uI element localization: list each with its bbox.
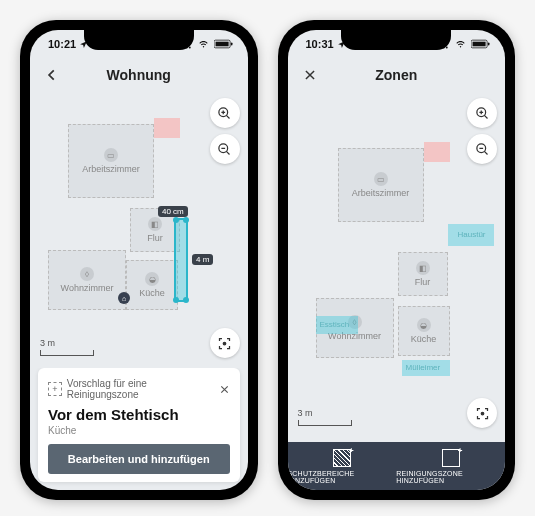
zone-label: Mülleimer [406,363,441,372]
header: Wohnung [30,58,248,92]
room-label: Flur [415,277,431,287]
nogo-zone [424,142,450,162]
zoom-in-button[interactable] [210,98,240,128]
card-title: Vor dem Stehtisch [48,406,230,423]
map-scale: 3 m [40,338,94,356]
screen: 10:21 Wohnung ▭ Arbeitszimmer [30,30,248,490]
resize-handle[interactable] [173,217,179,223]
room-wohnzimmer: ◊ Wohnzimmer [48,250,126,310]
room-label: Küche [139,288,165,298]
wifi-icon [454,40,467,49]
scale-line [40,350,94,356]
header-title: Zonen [375,67,417,83]
zoom-controls [467,98,497,164]
map-scale: 3 m [298,408,352,426]
close-icon [219,384,230,395]
header: Zonen [288,58,506,92]
zone-add-icon: + [48,382,62,396]
room-label: Arbeitszimmer [352,188,410,198]
wifi-icon [197,40,210,49]
svg-point-9 [223,342,226,345]
battery-icon [214,39,234,49]
hallway-icon: ◧ [416,261,430,275]
cleanzone-icon: + [442,449,460,467]
zoom-controls [210,98,240,164]
room-label: Wohnzimmer [61,283,114,293]
zoom-in-button[interactable] [467,98,497,128]
hallway-icon: ◧ [148,217,162,231]
cleaning-zone-rect[interactable] [174,218,188,302]
zoom-out-button[interactable] [210,134,240,164]
map-area[interactable]: ▭ Arbeitszimmer ◧ Flur ◊ Wohnzimmer ◒ Kü… [30,92,248,368]
card-header: + Vorschlag für eine Reinigungszone [48,378,230,400]
recenter-icon [475,406,490,421]
svg-rect-6 [230,42,232,45]
map-area[interactable]: ▭ Arbeitszimmer ◧ Flur ◊ Wohnzimmer ◒ Kü… [288,92,506,442]
clock: 10:31 [306,38,346,50]
room-kueche: ◒ Küche [398,306,450,356]
bed-icon: ▭ [374,172,388,186]
dimension-width: 40 cm [158,206,188,217]
back-button[interactable] [42,65,62,85]
header-title: Wohnung [107,67,171,83]
keepout-icon: + [333,449,351,467]
zone-label: Haustür [458,230,486,239]
time-text: 10:31 [306,38,334,50]
resize-handle[interactable] [183,297,189,303]
zoom-in-icon [475,106,490,121]
bar-label: REINIGUNGSZONE HINZUFÜGEN [396,470,505,484]
kitchen-icon: ◒ [417,318,431,332]
dimension-height: 4 m [192,254,213,265]
resize-handle[interactable] [173,297,179,303]
suggestion-card: + Vorschlag für eine Reinigungszone Vor … [38,368,240,482]
zoom-out-button[interactable] [467,134,497,164]
card-lead: Vorschlag für eine Reinigungszone [67,378,219,400]
recenter-button[interactable] [210,328,240,358]
kitchen-icon: ◒ [145,272,159,286]
zoom-out-icon [217,142,232,157]
zone-label: Esstisch [320,320,350,329]
svg-point-19 [481,412,484,415]
card-subtitle: Küche [48,425,230,436]
svg-rect-16 [488,42,490,45]
floorplan: ▭ Arbeitszimmer ◧ Flur ◊ Wohnzimmer ◒ Kü… [298,102,496,432]
recenter-icon [217,336,232,351]
room-flur: ◧ Flur [398,252,448,296]
resize-handle[interactable] [183,217,189,223]
chevron-left-icon [45,68,59,82]
room-arbeitszimmer: ▭ Arbeitszimmer [68,124,154,198]
battery-icon [471,39,491,49]
zones-bottom-bar: + SCHUTZBEREICHE HINZUFÜGEN + REINIGUNGS… [288,442,506,490]
room-label: Flur [147,233,163,243]
scale-line [298,420,352,426]
time-text: 10:21 [48,38,76,50]
room-kueche: ◒ Küche [126,260,178,310]
scale-text: 3 m [40,338,94,348]
notch [84,28,194,50]
couch-icon: ◊ [80,267,94,281]
phone-wohnung: 10:21 Wohnung ▭ Arbeitszimmer [20,20,258,500]
bed-icon: ▭ [104,148,118,162]
room-label: Arbeitszimmer [82,164,140,174]
zoom-in-icon [217,106,232,121]
svg-rect-5 [215,42,228,47]
svg-rect-15 [473,42,486,47]
close-button[interactable] [300,65,320,85]
recenter-button[interactable] [467,398,497,428]
edit-add-button[interactable]: Bearbeiten und hinzufügen [48,444,230,474]
screen: 10:31 Zonen ▭ Arbeitszimmer [288,30,506,490]
clock: 10:21 [48,38,88,50]
zoom-out-icon [475,142,490,157]
floorplan: ▭ Arbeitszimmer ◧ Flur ◊ Wohnzimmer ◒ Kü… [40,102,238,358]
room-arbeitszimmer: ▭ Arbeitszimmer [338,148,424,222]
add-keepout-button[interactable]: + SCHUTZBEREICHE HINZUFÜGEN [288,442,397,490]
robot-marker: ⌂ [118,292,130,304]
nogo-zone [154,118,180,138]
scale-text: 3 m [298,408,352,418]
bar-label: SCHUTZBEREICHE HINZUFÜGEN [288,470,397,484]
close-icon [303,68,317,82]
room-label: Küche [411,334,437,344]
notch [341,28,451,50]
add-cleanzone-button[interactable]: + REINIGUNGSZONE HINZUFÜGEN [396,442,505,490]
card-close-button[interactable] [219,384,230,395]
